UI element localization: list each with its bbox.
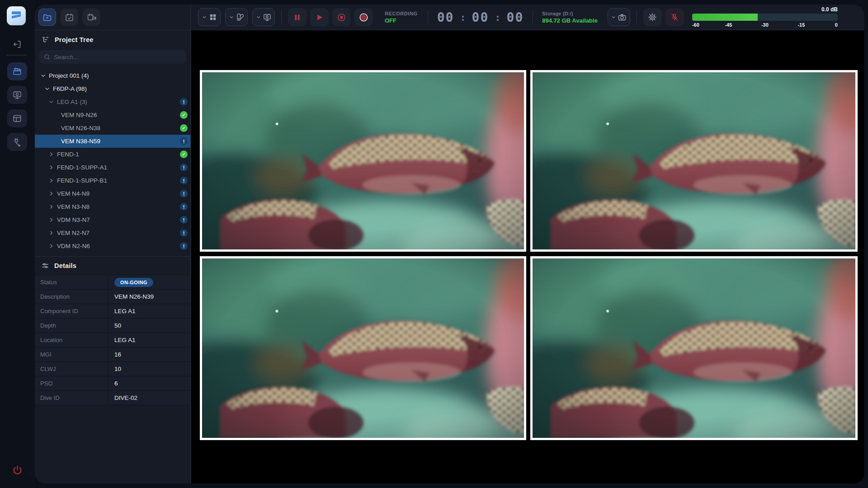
chevron-down-icon[interactable] bbox=[47, 98, 56, 106]
chevron-spacer bbox=[51, 137, 60, 145]
chevron-right-icon[interactable] bbox=[47, 150, 56, 159]
tree-node-vem-n26-n38[interactable]: VEM N26-N38✓ bbox=[35, 122, 190, 135]
detail-label: Depth bbox=[35, 319, 108, 333]
plug-icon bbox=[12, 137, 22, 147]
detail-label: Component ID bbox=[35, 304, 108, 318]
status-alert-badge: ! bbox=[180, 242, 188, 250]
left-panel: Project Tree Project 001 (4)F6DP-A (98)L… bbox=[35, 5, 191, 483]
settings-button[interactable] bbox=[643, 8, 662, 26]
stop-icon bbox=[337, 13, 346, 22]
detail-value: 10 bbox=[108, 362, 190, 376]
detail-value: VEM N26-N39 bbox=[108, 290, 190, 304]
details-table: StatusON-GOINGDescriptionVEM N26-N39Comp… bbox=[35, 275, 190, 405]
status-badge: ON-GOING bbox=[114, 278, 153, 287]
record-button[interactable] bbox=[354, 8, 373, 26]
chevron-right-icon[interactable] bbox=[47, 203, 56, 211]
status-alert-badge: ! bbox=[180, 203, 188, 211]
chevron-right-icon[interactable] bbox=[47, 229, 56, 237]
chevron-right-icon[interactable] bbox=[47, 164, 56, 172]
timer-colon: : bbox=[495, 12, 500, 23]
tree-node-label: Project 001 (4) bbox=[49, 72, 89, 79]
tree-node-fend-1-supp-b1[interactable]: FEND-1-SUPP-B1! bbox=[35, 174, 190, 187]
tree-node-f6dp-a-98[interactable]: F6DP-A (98) bbox=[35, 82, 190, 95]
power-icon bbox=[12, 465, 23, 476]
status-complete-badge: ✓ bbox=[180, 150, 188, 158]
color-profile-dropdown[interactable] bbox=[225, 8, 248, 26]
tree-node-vdm-n3-n7[interactable]: VDM N3-N7! bbox=[35, 213, 190, 226]
tree-node-vem-n4-n9[interactable]: VEM N4-N9! bbox=[35, 187, 190, 200]
rail-item-monitor[interactable] bbox=[7, 86, 27, 104]
chevron-right-icon[interactable] bbox=[47, 190, 56, 198]
detail-label: Location bbox=[35, 333, 108, 347]
camera-feed-1[interactable] bbox=[200, 70, 526, 252]
status-complete-badge: ✓ bbox=[180, 111, 188, 119]
exit-icon bbox=[12, 39, 22, 49]
search-input[interactable] bbox=[39, 50, 186, 64]
tree-node-vem-n3-n8[interactable]: VEM N3-N8! bbox=[35, 200, 190, 213]
underwater-video-frame bbox=[533, 72, 855, 249]
record-icon bbox=[359, 13, 368, 22]
detail-label: Description bbox=[35, 290, 108, 304]
tree-node-vem-n38-n59[interactable]: VEM N38-N59! bbox=[35, 135, 190, 148]
detail-value: 50 bbox=[108, 319, 190, 333]
tree-node-project-001-4[interactable]: Project 001 (4) bbox=[35, 69, 190, 82]
power-button[interactable] bbox=[9, 462, 25, 478]
tree-node-fend-1[interactable]: FEND-1✓ bbox=[35, 148, 190, 161]
tree-node-leg-a1-3[interactable]: LEG A1 (3)! bbox=[35, 95, 190, 108]
tab-recording-schedule[interactable] bbox=[83, 9, 100, 26]
tree-node-vem-n2-n7[interactable]: VEM N2-N7! bbox=[35, 226, 190, 239]
pause-button[interactable] bbox=[288, 8, 307, 26]
chevron-right-icon[interactable] bbox=[47, 216, 56, 224]
tab-project-tree[interactable] bbox=[38, 9, 56, 26]
play-button[interactable] bbox=[310, 8, 329, 26]
microphone-mute-button[interactable] bbox=[665, 8, 684, 26]
underwater-video-frame bbox=[202, 72, 524, 249]
detail-row-dive-id: Dive IDDIVE-02 bbox=[35, 391, 190, 405]
video-grid bbox=[200, 70, 858, 440]
chevron-right-icon[interactable] bbox=[47, 177, 56, 185]
calendar-check-icon bbox=[65, 13, 74, 22]
exit-button[interactable] bbox=[7, 35, 27, 53]
calendar-camera-icon bbox=[87, 13, 96, 22]
camera-feed-4[interactable] bbox=[530, 256, 858, 440]
grid-layout-dropdown[interactable] bbox=[198, 8, 221, 26]
toolbar-divider bbox=[281, 10, 282, 24]
snapshot-dropdown[interactable] bbox=[608, 8, 630, 26]
rail-item-recording[interactable] bbox=[7, 62, 27, 80]
detail-row-description: DescriptionVEM N26-N39 bbox=[35, 290, 190, 304]
chevron-down-icon[interactable] bbox=[38, 72, 47, 80]
audio-db-readout: 0.0 dB bbox=[692, 6, 838, 14]
meter-tick: 0 bbox=[835, 22, 838, 28]
tree-node-label: FEND-1 bbox=[57, 151, 79, 158]
timer-colon: : bbox=[460, 12, 466, 23]
camera-feed-2[interactable] bbox=[530, 70, 858, 252]
folder-icon bbox=[42, 13, 52, 22]
detail-label: Status bbox=[35, 275, 108, 289]
meter-tick: -30 bbox=[761, 22, 769, 28]
tree-node-vdm-n2-n6[interactable]: VDM N2-N6! bbox=[35, 239, 190, 253]
detail-value: ON-GOING bbox=[108, 275, 190, 289]
detail-label: MGI bbox=[35, 347, 108, 361]
rail-item-connections[interactable] bbox=[7, 133, 27, 151]
tree-node-label: VEM N9-N26 bbox=[61, 112, 97, 118]
tree-node-label: VDM N2-N6 bbox=[57, 243, 90, 249]
chevron-down-icon[interactable] bbox=[42, 85, 52, 93]
status-alert-badge: ! bbox=[180, 98, 188, 106]
chevron-right-icon[interactable] bbox=[47, 242, 56, 250]
rail-item-layout[interactable] bbox=[7, 109, 27, 127]
palette-icon bbox=[236, 13, 245, 22]
status-complete-badge: ✓ bbox=[180, 124, 188, 132]
display-output-dropdown[interactable] bbox=[252, 8, 275, 26]
pause-icon bbox=[292, 13, 302, 22]
timer-segment: 00 bbox=[472, 10, 489, 25]
tab-schedule[interactable] bbox=[61, 9, 78, 26]
detail-value: DIVE-02 bbox=[108, 391, 190, 405]
stop-button[interactable] bbox=[332, 8, 351, 26]
tree-node-label: VEM N4-N9 bbox=[57, 190, 90, 197]
video-area bbox=[191, 30, 864, 483]
storage-status: Storage (D:/) 894.72 GB Available bbox=[542, 11, 598, 24]
tree-node-label: FEND-1-SUPP-B1 bbox=[57, 177, 107, 184]
tree-node-fend-1-supp-a1[interactable]: FEND-1-SUPP-A1! bbox=[35, 161, 190, 174]
tree-node-vem-n9-n26[interactable]: VEM N9-N26✓ bbox=[35, 108, 190, 122]
camera-feed-3[interactable] bbox=[200, 256, 526, 440]
